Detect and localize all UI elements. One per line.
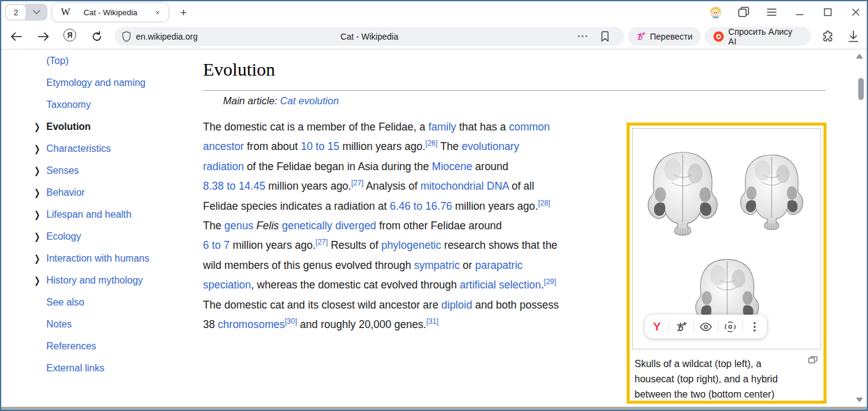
sidebar-item-label[interactable]: Etymology and naming bbox=[46, 77, 146, 88]
sidebar-item-senses[interactable]: ❯Senses bbox=[26, 160, 196, 182]
inline-link[interactable]: speciation bbox=[203, 279, 251, 291]
translate-image-icon[interactable] bbox=[674, 319, 689, 335]
inline-link[interactable]: genus bbox=[224, 220, 254, 232]
sidebar-item-ecology[interactable]: ❯Ecology bbox=[26, 226, 196, 248]
highlighted-figure[interactable]: Y Skulls of a wildcat (top left), bbox=[627, 123, 827, 404]
sidebar-item-references[interactable]: References bbox=[26, 335, 196, 357]
scrollbar-thumb[interactable] bbox=[858, 78, 864, 100]
sidebar-item-external-links[interactable]: External links bbox=[26, 357, 196, 379]
reference-link[interactable]: [30] bbox=[285, 317, 297, 326]
enlarge-icon[interactable] bbox=[808, 356, 817, 363]
reference-link[interactable]: [29] bbox=[544, 277, 556, 286]
yandex-logo-icon[interactable]: Y bbox=[649, 319, 665, 335]
sidebar-item-label[interactable]: Notes bbox=[46, 319, 72, 330]
inline-link[interactable]: genetically diverged bbox=[282, 220, 376, 232]
address-bar[interactable]: en.wikipedia.org Cat - Wikipedia ••• bbox=[115, 27, 624, 46]
bookmark-icon[interactable] bbox=[600, 31, 610, 42]
translate-button[interactable]: Перевести bbox=[628, 27, 701, 46]
scrollbar-up-arrow[interactable] bbox=[856, 54, 863, 59]
reference-link[interactable]: [31] bbox=[426, 317, 438, 326]
inline-link[interactable]: Miocene bbox=[432, 160, 472, 173]
url-text[interactable]: en.wikipedia.org bbox=[136, 32, 197, 41]
screenshot-search-icon[interactable] bbox=[722, 319, 738, 335]
tab-group-counter[interactable]: 2 bbox=[5, 4, 48, 21]
inline-link[interactable]: mitochondrial DNA bbox=[421, 180, 509, 192]
tab-count-badge[interactable]: 2 bbox=[6, 5, 26, 20]
downloads-icon[interactable] bbox=[846, 29, 861, 44]
inline-link[interactable]: ancestor bbox=[203, 140, 244, 152]
chevron-right-icon[interactable]: ❯ bbox=[34, 209, 46, 220]
sidebar-item-label[interactable]: History and mythology bbox=[46, 275, 143, 286]
inline-link[interactable]: chromosomes bbox=[218, 318, 285, 331]
inline-link[interactable]: common bbox=[509, 121, 550, 133]
sidebar-item-lifespan-and-health[interactable]: ❯Lifespan and health bbox=[26, 204, 196, 226]
tab-close-icon[interactable]: × bbox=[152, 7, 162, 18]
kebab-menu-icon[interactable] bbox=[747, 319, 763, 335]
sidebar-item-label[interactable]: References bbox=[46, 341, 96, 352]
inline-link[interactable]: family bbox=[429, 121, 457, 133]
address-more-icon[interactable]: ••• bbox=[577, 32, 589, 41]
inline-link[interactable]: artificial selection bbox=[460, 279, 541, 291]
reference-link[interactable]: [28] bbox=[538, 199, 550, 207]
hatnote-link[interactable]: Cat evolution bbox=[280, 95, 339, 106]
sidebar-item-evolution[interactable]: ❯Evolution bbox=[26, 116, 196, 138]
sidebar-item-label[interactable]: Ecology bbox=[46, 231, 81, 242]
sidebar-item-etymology-and-naming[interactable]: Etymology and naming bbox=[26, 72, 196, 94]
sidebar-item-label[interactable]: Lifespan and health bbox=[46, 209, 132, 220]
horizontal-scrollbar[interactable] bbox=[1, 407, 867, 410]
chevron-right-icon[interactable]: ❯ bbox=[34, 165, 46, 176]
ask-alice-button[interactable]: Спросить Алису AI bbox=[705, 27, 811, 46]
sidebar-item-label[interactable]: Senses bbox=[46, 165, 79, 176]
close-icon[interactable] bbox=[850, 6, 862, 18]
inline-link[interactable]: 10 to 15 bbox=[301, 140, 340, 152]
sidebar-item-interaction-with-humans[interactable]: ❯Interaction with humans bbox=[26, 248, 196, 270]
inline-link[interactable]: 6.46 to 16.76 bbox=[390, 200, 452, 212]
chevron-right-icon[interactable]: ❯ bbox=[34, 121, 46, 132]
chevron-right-icon[interactable]: ❯ bbox=[34, 253, 46, 264]
alice-avatar[interactable] bbox=[710, 6, 722, 18]
minimize-icon[interactable] bbox=[794, 6, 806, 18]
inline-link[interactable]: diploid bbox=[441, 299, 472, 311]
inline-link[interactable]: sympatric bbox=[414, 259, 460, 271]
reload-icon[interactable] bbox=[89, 29, 105, 45]
eye-icon[interactable] bbox=[698, 319, 714, 335]
sidebar-item-label[interactable]: See also bbox=[46, 297, 84, 308]
inline-link[interactable]: 8.38 to 14.45 bbox=[203, 180, 265, 192]
forward-icon[interactable] bbox=[35, 29, 51, 45]
sidebar-item-label[interactable]: Characteristics bbox=[46, 143, 111, 154]
inline-link[interactable]: radiation bbox=[203, 160, 244, 173]
new-tab-button[interactable]: + bbox=[176, 5, 191, 21]
reference-link[interactable]: [27] bbox=[351, 179, 363, 187]
side-panels-icon[interactable] bbox=[738, 6, 750, 18]
sidebar-item-notes[interactable]: Notes bbox=[26, 313, 196, 335]
inline-link[interactable]: 6 to 7 bbox=[203, 239, 230, 251]
sidebar-item-label[interactable]: Evolution bbox=[46, 121, 91, 132]
sidebar-item-history-and-mythology[interactable]: ❯History and mythology bbox=[26, 270, 196, 291]
inline-link[interactable]: evolutionary bbox=[461, 140, 519, 152]
yandex-search-icon[interactable]: Я bbox=[63, 29, 76, 41]
extensions-puzzle-icon[interactable] bbox=[820, 29, 835, 44]
tab-group-chevron-down-icon[interactable] bbox=[26, 4, 48, 21]
sidebar-item-label[interactable]: (Top) bbox=[46, 55, 68, 66]
chevron-right-icon[interactable]: ❯ bbox=[34, 275, 46, 286]
chevron-right-icon[interactable]: ❯ bbox=[34, 143, 46, 154]
scrollbar-down-arrow[interactable] bbox=[856, 398, 863, 402]
sidebar-item-characteristics[interactable]: ❯Characteristics bbox=[26, 138, 196, 160]
menu-icon[interactable] bbox=[766, 6, 778, 18]
sidebar-item-behavior[interactable]: ❯Behavior bbox=[26, 182, 196, 204]
inline-link[interactable]: parapatric bbox=[475, 259, 522, 271]
sidebar-item-label[interactable]: Taxonomy bbox=[46, 99, 91, 110]
sidebar-item-label[interactable]: External links bbox=[46, 363, 104, 374]
inline-link[interactable]: phylogenetic bbox=[381, 239, 441, 251]
sidebar-item-top[interactable]: (Top) bbox=[26, 50, 196, 72]
reference-link[interactable]: [27] bbox=[316, 238, 328, 247]
sidebar-item-taxonomy[interactable]: Taxonomy bbox=[26, 94, 196, 116]
sidebar-item-label[interactable]: Behavior bbox=[46, 187, 85, 198]
chevron-right-icon[interactable]: ❯ bbox=[34, 231, 46, 242]
site-shield-icon[interactable] bbox=[122, 31, 131, 42]
chevron-right-icon[interactable]: ❯ bbox=[34, 187, 46, 198]
image-hover-toolbar[interactable]: Y bbox=[645, 315, 767, 338]
reference-link[interactable]: [26] bbox=[425, 140, 438, 148]
maximize-icon[interactable] bbox=[822, 6, 834, 18]
back-icon[interactable] bbox=[9, 29, 24, 45]
